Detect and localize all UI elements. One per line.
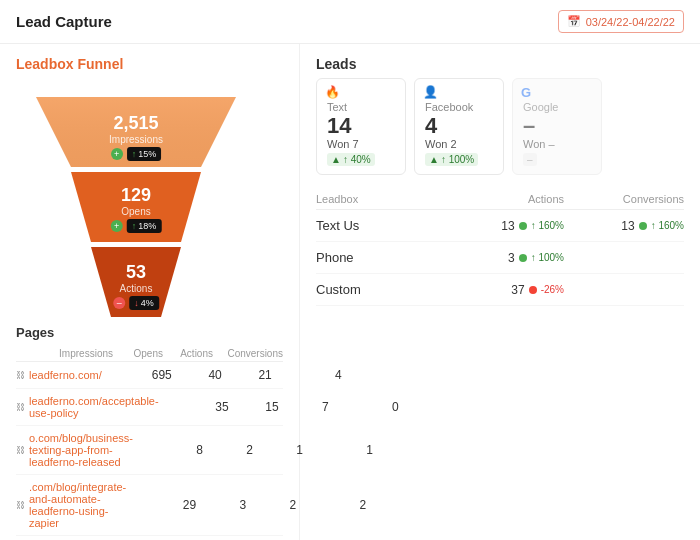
leadbox-phone-actions: 3 ↑ 100% <box>444 251 564 265</box>
funnel-actions-value: 53 <box>113 262 159 283</box>
impressions-pct: 15% <box>138 149 156 159</box>
funnel-opens-label: Opens <box>111 206 162 217</box>
phone-actions-pct: ↑ 100% <box>531 252 564 263</box>
opens-plus-icon: + <box>111 220 123 232</box>
funnel-layer-2: 129 Opens + ↑ 18% <box>111 185 162 233</box>
page-opens-1: 40 <box>172 368 222 382</box>
leadbox-textus-conv: 13 ↑ 160% <box>564 219 684 233</box>
google-card-badge: – <box>523 153 537 166</box>
actions-badge: ↓ 4% <box>129 296 159 310</box>
text-badge-value: ↑ 40% <box>343 154 371 165</box>
page-impressions-3: 8 <box>133 443 203 457</box>
leadbox-textus-name: Text Us <box>316 218 444 233</box>
page-url-2[interactable]: leadferno.com/acceptable-use-policy <box>16 395 159 419</box>
pages-col-impressions: Impressions <box>43 348 113 359</box>
funnel-layer-3: 53 Actions – ↓ 4% <box>113 262 159 310</box>
text-card-value: 14 <box>327 115 395 137</box>
text-card-label: Text <box>327 101 395 113</box>
page-url-1[interactable]: leadferno.com/ <box>16 369 102 381</box>
leadbox-textus-actions: 13 ↑ 160% <box>444 219 564 233</box>
leads-cards: 🔥 Text 14 Won 7 ▲ ↑ 40% 👤 Facebook 4 <box>316 78 684 175</box>
table-row: leadferno.com/ 695 40 21 4 <box>16 362 283 389</box>
textus-actions-value: 13 <box>501 219 514 233</box>
app-container: Lead Capture 📅 03/24/22-04/22/22 Leadbox… <box>0 0 700 540</box>
textus-actions-pct: ↑ 160% <box>531 220 564 231</box>
facebook-badge-icon: ▲ <box>429 154 439 165</box>
leadbox-col-conversions: Conversions <box>564 193 684 205</box>
pages-col-url <box>16 348 43 359</box>
facebook-icon: 👤 <box>423 85 438 99</box>
pages-col-actions: Actions <box>163 348 213 359</box>
pages-table-header: Impressions Opens Actions Conversions <box>16 346 283 362</box>
leadbox-col-actions: Actions <box>444 193 564 205</box>
pages-section: Pages Impressions Opens Actions Conversi… <box>16 325 283 536</box>
date-range-selector[interactable]: 📅 03/24/22-04/22/22 <box>558 10 684 33</box>
main-content: Leadbox Funnel <box>0 44 700 540</box>
text-card-badge: ▲ ↑ 40% <box>327 153 375 166</box>
google-card-value: – <box>523 115 591 137</box>
leads-title: Leads <box>316 56 684 72</box>
text-card-won: Won 7 <box>327 138 395 150</box>
page-impressions-4: 29 <box>126 498 196 512</box>
textus-conv-dot <box>639 222 647 230</box>
pages-title: Pages <box>16 325 283 340</box>
funnel-actions-label: Actions <box>113 283 159 294</box>
left-panel: Leadbox Funnel <box>0 44 300 540</box>
custom-actions-pct: -26% <box>541 284 564 295</box>
table-row: leadferno.com/acceptable-use-policy 35 1… <box>16 389 283 426</box>
leadbox-col-name: Leadbox <box>316 193 444 205</box>
custom-actions-dot <box>529 286 537 294</box>
lead-card-text: 🔥 Text 14 Won 7 ▲ ↑ 40% <box>316 78 406 175</box>
google-icon: G <box>521 85 531 100</box>
page-actions-4: 2 <box>246 498 296 512</box>
leadbox-row-custom: Custom 37 -26% <box>316 274 684 306</box>
page-url-4[interactable]: .com/blog/integrate-and-automate-leadfer… <box>16 481 126 529</box>
phone-actions-dot <box>519 254 527 262</box>
actions-arrow: ↓ <box>134 298 139 308</box>
leadbox-custom-name: Custom <box>316 282 444 297</box>
impressions-badge: ↑ 15% <box>127 147 162 161</box>
page-opens-3: 2 <box>203 443 253 457</box>
google-card-label: Google <box>523 101 591 113</box>
leadbox-section: Leadbox Actions Conversions Text Us 13 ↑… <box>316 189 684 306</box>
funnel-chart: 2,515 Impressions + ↑ 15% 129 Opens <box>16 87 256 317</box>
google-badge-value: – <box>527 154 533 165</box>
leadbox-table-header: Leadbox Actions Conversions <box>316 189 684 210</box>
opens-badge: ↑ 18% <box>127 219 162 233</box>
actions-minus-icon: – <box>113 297 125 309</box>
page-url-3[interactable]: o.com/blog/business-texting-app-from-lea… <box>16 432 133 468</box>
table-row: .com/blog/integrate-and-automate-leadfer… <box>16 475 283 536</box>
leadbox-row-phone: Phone 3 ↑ 100% <box>316 242 684 274</box>
funnel-opens-value: 129 <box>111 185 162 206</box>
opens-pct: 18% <box>138 221 156 231</box>
facebook-card-value: 4 <box>425 115 493 137</box>
leadbox-phone-name: Phone <box>316 250 444 265</box>
textus-conv-value: 13 <box>621 219 634 233</box>
date-range-value: 03/24/22-04/22/22 <box>586 16 675 28</box>
opens-arrow: ↑ <box>132 221 137 231</box>
lead-card-facebook: 👤 Facebook 4 Won 2 ▲ ↑ 100% <box>414 78 504 175</box>
text-badge-icon: ▲ <box>331 154 341 165</box>
leadbox-custom-actions: 37 -26% <box>444 283 564 297</box>
textus-conv-pct: ↑ 160% <box>651 220 684 231</box>
facebook-card-label: Facebook <box>425 101 493 113</box>
impressions-plus-icon: + <box>111 148 123 160</box>
facebook-card-won: Won 2 <box>425 138 493 150</box>
text-icon: 🔥 <box>325 85 340 99</box>
leads-section: Leads 🔥 Text 14 Won 7 ▲ ↑ 40% <box>316 56 684 175</box>
impressions-arrow: ↑ <box>132 149 137 159</box>
google-card-won: Won – <box>523 138 591 150</box>
funnel-layer-1: 2,515 Impressions + ↑ 15% <box>109 113 163 161</box>
facebook-badge-value: ↑ 100% <box>441 154 474 165</box>
textus-actions-dot <box>519 222 527 230</box>
table-row: o.com/blog/business-texting-app-from-lea… <box>16 426 283 475</box>
page-impressions-2: 35 <box>159 400 229 414</box>
leadbox-row-textus: Text Us 13 ↑ 160% 13 ↑ 160% <box>316 210 684 242</box>
phone-actions-value: 3 <box>508 251 515 265</box>
page-impressions-1: 695 <box>102 368 172 382</box>
facebook-card-badge: ▲ ↑ 100% <box>425 153 478 166</box>
page-title: Lead Capture <box>16 13 112 30</box>
funnel-impressions-value: 2,515 <box>109 113 163 134</box>
page-opens-4: 3 <box>196 498 246 512</box>
funnel-title: Leadbox Funnel <box>16 56 283 72</box>
